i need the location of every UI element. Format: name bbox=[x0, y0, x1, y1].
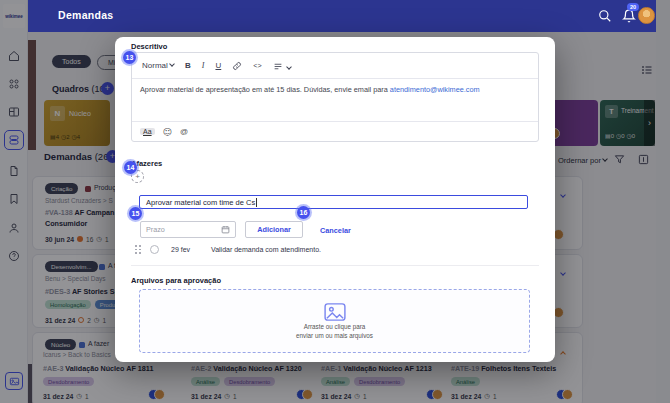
text-caret bbox=[256, 198, 257, 207]
notification-count-badge: 20 bbox=[627, 3, 639, 11]
annotation-badge-16: 16 bbox=[297, 206, 310, 219]
annotation-badge-15: 15 bbox=[129, 207, 142, 220]
cancelar-button[interactable]: Cancelar bbox=[320, 226, 351, 235]
descritivo-label: Descritivo bbox=[131, 42, 167, 51]
italic-button[interactable]: I bbox=[202, 61, 205, 70]
chevron-down-icon bbox=[286, 64, 292, 70]
image-upload-icon bbox=[324, 303, 346, 321]
underline-button[interactable]: U bbox=[215, 61, 221, 70]
emoji-button[interactable]: ☺ bbox=[163, 127, 172, 137]
editor-footer-toolbar: Aa ☺ @ bbox=[132, 121, 538, 141]
adicionar-button[interactable]: Adicionar bbox=[245, 221, 303, 238]
chevron-down-icon bbox=[169, 61, 175, 67]
calendar-icon bbox=[221, 225, 230, 234]
bold-button[interactable]: B bbox=[185, 61, 191, 70]
code-button[interactable]: <> bbox=[253, 62, 261, 70]
topbar: Demandas 20 bbox=[28, 0, 656, 32]
divider bbox=[131, 265, 539, 266]
annotation-badge-13: 13 bbox=[123, 51, 136, 64]
format-toggle-button[interactable]: Aa bbox=[140, 128, 155, 135]
page-title: Demandas bbox=[58, 9, 114, 21]
mention-button[interactable]: @ bbox=[180, 127, 188, 136]
user-avatar[interactable] bbox=[638, 7, 655, 24]
prazo-date-input[interactable]: Prazo bbox=[140, 221, 236, 238]
demand-edit-modal: Descritivo Normal B I U <> Aprovar mater… bbox=[115, 37, 555, 362]
list-button[interactable] bbox=[273, 57, 291, 75]
drag-handle-icon[interactable] bbox=[135, 245, 141, 254]
arquivos-label: Arquivos para aprovação bbox=[131, 276, 221, 285]
email-link[interactable]: atendimento@wikimee.com bbox=[390, 85, 480, 94]
todo-item-row[interactable]: 29 fev Validar demanda com atendimento. bbox=[135, 245, 321, 254]
new-task-input[interactable]: Aprovar material com time de Cs bbox=[139, 195, 528, 209]
search-icon[interactable] bbox=[598, 9, 612, 23]
todo-text: Validar demanda com atendimento. bbox=[211, 246, 321, 253]
link-button[interactable] bbox=[232, 61, 242, 71]
app-screenshot: wikimee Todos Minhas Quadros (10) + N Nú… bbox=[0, 0, 670, 403]
todo-checkbox[interactable] bbox=[150, 245, 159, 254]
rich-text-editor: Normal B I U <> Aprovar material de apre… bbox=[131, 52, 539, 142]
annotation-badge-14: 14 bbox=[124, 161, 137, 174]
editor-body[interactable]: Aprovar material de apresentação em até … bbox=[132, 79, 538, 121]
dropzone-text-line2: enviar um ou mais arquivos bbox=[296, 332, 373, 339]
todo-date: 29 fev bbox=[171, 246, 205, 253]
file-dropzone[interactable]: Arraste ou clique para enviar um ou mais… bbox=[139, 289, 530, 353]
notifications-bell-icon[interactable] bbox=[622, 9, 636, 23]
editor-toolbar: Normal B I U <> bbox=[132, 53, 538, 79]
style-select[interactable]: Normal bbox=[142, 61, 174, 70]
dropzone-text-line1: Arraste ou clique para bbox=[304, 323, 366, 330]
